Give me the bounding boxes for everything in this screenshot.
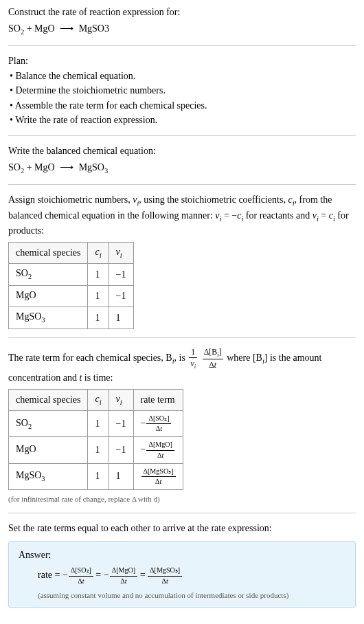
table-row: SO2 1 −1: [9, 264, 134, 285]
balanced-equation: SO2 + MgO ⟶ MgSO3: [8, 161, 356, 176]
text: 2: [28, 273, 32, 280]
final-section: Set the rate terms equal to each other t…: [8, 522, 356, 535]
product-sub: 3: [104, 166, 108, 174]
product-base: MgSO: [79, 162, 104, 172]
numerator: Δ[MgSO₃]: [148, 566, 182, 576]
text: i: [120, 399, 122, 406]
divider: [8, 45, 356, 46]
cell-nu: 1: [109, 307, 133, 328]
balanced-section: Write the balanced chemical equation: SO…: [8, 144, 356, 176]
fraction: Δ[SO₂]Δt: [69, 566, 93, 586]
infinitesimal-note: (for infinitesimal rate of change, repla…: [8, 494, 356, 504]
text: SO: [16, 418, 28, 428]
text: for reactants and: [243, 210, 312, 221]
divider: [8, 135, 356, 136]
text: SO: [16, 268, 28, 278]
cell-c: 1: [88, 437, 109, 463]
plan-bullet: • Determine the stoichiometric numbers.: [10, 84, 356, 98]
rateterm-table: chemical species ci νi rate term SO2 1 −…: [8, 389, 183, 490]
minus-sign: −: [141, 418, 146, 428]
plus: +: [24, 23, 34, 34]
text: The rate term for each chemical species,…: [8, 353, 172, 363]
cell-c: 1: [88, 411, 109, 437]
text: Assign stoichiometric numbers,: [8, 194, 133, 205]
text: where [B: [225, 353, 262, 363]
text: 3: [41, 475, 45, 482]
numerator: 1: [189, 346, 197, 359]
col-ci: ci: [88, 389, 109, 410]
minus-sign: −: [141, 444, 146, 454]
minus-sign: −: [62, 570, 68, 580]
text: , is: [174, 353, 188, 363]
text: is time:: [82, 372, 113, 383]
denominator: νi: [189, 358, 197, 371]
table-row: MgO 1 −1 −Δ[MgO]Δt: [9, 437, 183, 463]
cell-c: 1: [88, 285, 109, 307]
cell-species: MgSO3: [9, 463, 88, 489]
cell-nu: −1: [109, 411, 133, 437]
reactant-2: MgO: [34, 162, 55, 172]
text: Δ[B: [204, 347, 218, 357]
cell-species: SO2: [9, 411, 88, 437]
balanced-heading: Write the balanced chemical equation:: [8, 144, 356, 158]
cell-rateterm: −Δ[MgO]Δt: [133, 437, 183, 463]
cell-c: 1: [88, 307, 109, 328]
divider: [8, 184, 356, 185]
rateterm-intro: The rate term for each chemical species,…: [8, 346, 356, 385]
denominator: Δt: [69, 577, 93, 586]
answer-box: Answer: rate = −Δ[SO₂]Δt = −Δ[MgO]Δt = Δ…: [8, 541, 356, 608]
text: =: [319, 210, 329, 221]
cell-c: 1: [88, 463, 109, 489]
table-row: MgSO3 1 1 Δ[MgSO₃]Δt: [9, 463, 183, 489]
denominator: Δt: [148, 577, 182, 586]
divider: [8, 513, 356, 513]
cell-species: MgO: [9, 437, 88, 463]
cell-rateterm: −Δ[SO₂]Δt: [133, 411, 183, 437]
cell-nu: −1: [109, 437, 133, 463]
minus-sign: −: [104, 570, 109, 580]
numerator: Δ[SO₂]: [146, 414, 171, 424]
answer-label: Answer:: [19, 548, 345, 562]
denominator: Δt: [146, 451, 174, 460]
plan-bullet: • Balance the chemical equation.: [10, 69, 356, 83]
col-species: chemical species: [9, 242, 88, 263]
cell-rateterm: Δ[MgSO₃]Δt: [133, 463, 183, 489]
numerator: Δ[MgSO₃]: [141, 467, 176, 477]
rate-expression: rate = −Δ[SO₂]Δt = −Δ[MgO]Δt = Δ[MgSO₃]Δ…: [38, 566, 345, 586]
text: 2: [28, 422, 32, 430]
table-row: SO2 1 −1 −Δ[SO₂]Δt: [9, 411, 183, 437]
col-nui: νi: [109, 242, 133, 263]
prompt-text: Construct the rate of reaction expressio…: [8, 5, 356, 19]
col-ci: ci: [88, 242, 109, 263]
equals: =: [93, 570, 104, 580]
stoich-section: Assign stoichiometric numbers, νi, using…: [8, 193, 356, 329]
plan-bullets: • Balance the chemical equation. • Deter…: [10, 69, 356, 127]
assumption-note: (assuming constant volume and no accumul…: [38, 590, 345, 601]
text: rate =: [38, 570, 62, 580]
numerator: Δ[MgO]: [146, 440, 174, 450]
cell-species: SO2: [9, 264, 88, 285]
numerator: Δ[SO₂]: [69, 566, 93, 576]
text: MgSO: [16, 311, 41, 322]
text: i: [194, 364, 196, 370]
cell-species: MgO: [9, 285, 88, 307]
cell-species: MgSO3: [9, 307, 88, 328]
numerator: Δ[Bi]: [203, 346, 223, 360]
denominator: Δt: [110, 577, 137, 586]
divider: [8, 337, 356, 338]
fraction: Δ[Bi]Δt: [203, 346, 223, 372]
final-heading: Set the rate terms equal to each other t…: [8, 522, 356, 535]
fraction: Δ[MgO]Δt: [110, 566, 137, 586]
text: 3: [41, 316, 45, 324]
cell-nu: 1: [109, 463, 133, 489]
text: MgO: [16, 290, 36, 300]
arrow-icon: ⟶: [60, 22, 73, 36]
table-row: MgO 1 −1: [9, 285, 134, 307]
text: i: [120, 251, 122, 258]
col-rateterm: rate term: [133, 389, 183, 410]
table-header-row: chemical species ci νi: [9, 242, 134, 263]
table-header-row: chemical species ci νi rate term: [9, 389, 183, 410]
fraction: 1νi: [189, 346, 197, 372]
text: ]: [219, 347, 222, 357]
reactant-1: SO: [8, 162, 21, 172]
